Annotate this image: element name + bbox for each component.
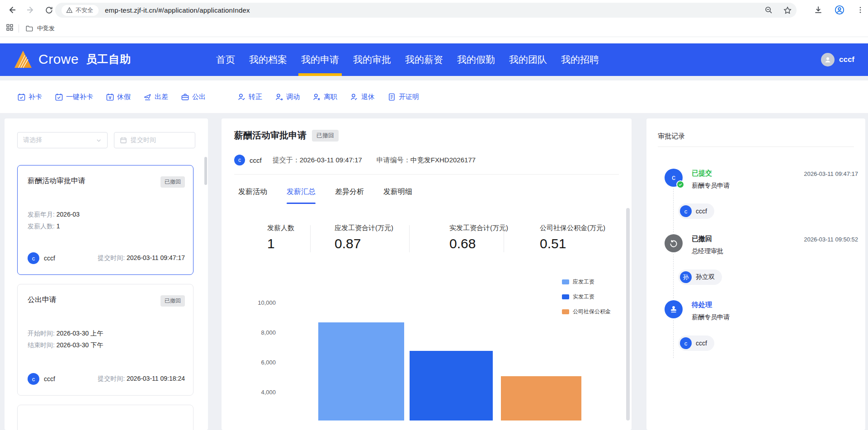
field-label: 发薪人数: [28,222,55,230]
stat-social-insurance: 公司社保公积金(万元) 0.51 [540,224,605,251]
stat-value: 0.87 [335,236,393,251]
person-check-icon [237,93,246,101]
applicant-name: cccf [250,156,262,164]
y-axis-tick: 10,000 [244,299,276,306]
legend-swatch [562,279,569,284]
y-axis-tick: 6,000 [244,359,276,366]
nav-item-profile[interactable]: 我的档案 [249,43,287,76]
detail-scrollbar-thumb[interactable] [626,208,630,421]
action-leave[interactable]: 休假 [106,93,131,101]
zoom-out-icon[interactable] [764,6,773,14]
action-label: 出差 [155,93,168,101]
address-bar[interactable]: 不安全 emp-test.zjf-it.cn/#/application/app… [55,3,797,18]
app-no-value: 中竞发FXHD2026177 [410,156,476,164]
browser-back-button[interactable] [5,3,19,17]
stat-headcount: 发薪人数 1 [267,224,294,251]
apps-grid-icon[interactable] [5,23,14,33]
stamp-icon [669,305,678,314]
y-axis-tick: 8,000 [244,329,276,336]
person-name: cccf [696,340,707,347]
brand-name: Crowe [38,52,79,67]
calendar-icon [120,137,127,144]
action-makeup-clock[interactable]: 补卡 [17,93,42,101]
field-value: 2026-03-30 下午 [57,341,104,349]
tab-payroll-detail[interactable]: 发薪明细 [383,187,412,204]
step-person: 孙 孙立双 [678,269,722,285]
download-icon[interactable] [814,5,823,14]
action-label: 补卡 [28,93,42,101]
timeline-connector [673,320,674,358]
stat-divider [504,225,504,252]
action-batch-makeup-clock[interactable]: 一键补卡 [55,93,93,101]
user-avatar [821,53,835,66]
not-secure-chip[interactable]: 不安全 [61,5,99,16]
action-certificate[interactable]: 开证明 [387,93,419,101]
crowe-logo-icon [14,50,32,69]
nav-item-approvals[interactable]: 我的审批 [353,43,391,76]
step-status: 已提交 [692,169,712,178]
nav-item-home[interactable]: 首页 [216,43,235,76]
legend-item-gross[interactable]: 应发工资 [562,278,611,286]
submit-time-label: 提交时间: [98,254,125,261]
tab-payroll-summary[interactable]: 发薪汇总 [287,187,316,204]
bookmark-star-icon[interactable] [783,6,792,15]
action-confirmation[interactable]: 转正 [237,93,262,101]
action-transfer[interactable]: 调动 [275,93,300,101]
step-status: 待处理 [692,301,712,309]
person-retire-icon [350,93,359,101]
action-resignation[interactable]: 离职 [312,93,337,101]
application-card-salary-activity[interactable]: 薪酬活动审批申请 已撤回 发薪年月: 2026-03 发薪人数: 1 c ccc… [17,165,193,275]
tab-payroll-activity[interactable]: 发薪活动 [238,187,267,204]
field-label: 结束时间: [28,341,55,349]
type-filter-select[interactable]: 请选择 [17,132,108,148]
detail-meta: c cccf 提交于：2026-03-11 09:47:17 申请编号：中竞发F… [234,155,490,165]
nav-item-recruit[interactable]: 我的招聘 [561,43,599,76]
browser-reload-button[interactable] [42,3,56,17]
bookmark-folder[interactable]: 中竞发 [25,24,55,33]
bookmark-folder-label: 中竞发 [37,24,55,33]
person-name: 孙立双 [696,273,715,281]
nav-item-salary[interactable]: 我的薪资 [405,43,443,76]
calendar-check-icon [55,93,63,101]
person-name: cccf [696,208,707,215]
y-axis-tick: 4,000 [244,389,276,396]
stat-gross-total: 应发工资合计(万元) 0.87 [335,224,393,251]
action-business-trip[interactable]: 出差 [143,93,168,101]
type-filter-placeholder: 请选择 [23,136,42,144]
bar-gross-salary [318,322,404,421]
page-top-gap [0,37,868,43]
list-scrollbar-thumb[interactable] [204,157,207,185]
person-icon [824,56,832,64]
divider [658,146,854,147]
warning-icon [66,7,73,14]
avatar: c [680,337,692,349]
browser-forward-button[interactable] [24,3,38,17]
nav-item-team[interactable]: 我的团队 [509,43,547,76]
browser-toolbar: 不安全 emp-test.zjf-it.cn/#/application/app… [0,0,868,20]
profile-icon[interactable] [835,5,844,15]
stat-value: 0.68 [449,236,508,251]
submitted-time: 2026-03-11 09:47:17 [300,156,362,164]
applicant-name: cccf [44,255,55,262]
tab-difference-analysis[interactable]: 差异分析 [335,187,364,204]
quick-action-bar: 补卡 一键补卡 休假 出差 公出 转正 调动 离职 退休 开证明 [0,80,868,113]
url-text: emp-test.zjf-it.cn/#/application/applica… [105,6,250,14]
undo-icon [669,239,678,248]
action-label: 开证明 [399,93,419,101]
nav-item-attendance[interactable]: 我的假勤 [457,43,495,76]
menu-dots-icon[interactable] [856,6,864,14]
nav-item-applications[interactable]: 我的申请 [301,43,339,76]
legend-item-insurance[interactable]: 公司社保公积金 [562,307,611,316]
application-card-partial[interactable] [17,405,193,430]
application-card-official-outing[interactable]: 公出申请 已撤回 开始时间: 2026-03-30 上午 结束时间: 2026-… [17,284,193,396]
user-menu[interactable]: cccf [821,43,854,76]
card-title: 薪酬活动审批申请 [28,176,85,186]
legend-item-net[interactable]: 实发工资 [562,293,611,301]
legend-label: 公司社保公积金 [573,308,611,316]
applicant-name: cccf [44,375,55,383]
submit-date-filter[interactable]: 提交时间 [114,132,195,148]
action-label: 退休 [361,93,375,101]
action-official-outing[interactable]: 公出 [181,93,206,101]
step-time: 2026-03-11 09:50:52 [804,236,858,243]
action-retirement[interactable]: 退休 [350,93,375,101]
